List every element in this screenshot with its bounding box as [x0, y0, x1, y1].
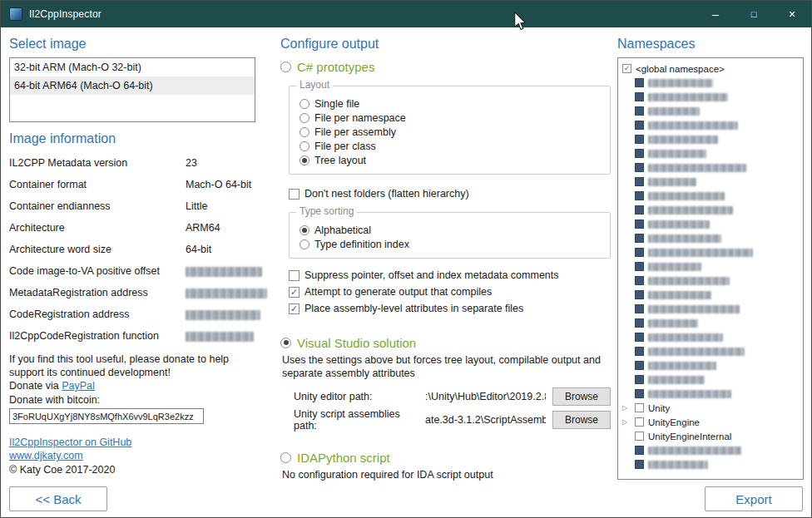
radio-label: Tree layout [314, 155, 366, 166]
namespace-label [648, 389, 731, 399]
unity-assemblies-path-label: Unity script assemblies path: [294, 408, 425, 432]
namespace-item[interactable] [618, 104, 803, 118]
namespace-item[interactable] [618, 259, 803, 274]
image-list-item[interactable]: 64-bit ARM64 (Mach-O 64-bit) [10, 76, 255, 95]
info-label: Code image-to-VA positive offset [9, 265, 186, 277]
namespace-label [648, 163, 746, 173]
info-value: ARM64 [186, 222, 255, 234]
namespace-item[interactable] [618, 160, 803, 175]
radio-icon [300, 113, 309, 123]
radio-sorting-option[interactable]: Type definition index [300, 237, 602, 251]
copyright: © Katy Coe 2017-2020 [9, 464, 255, 476]
namespace-label: UnityEngine [648, 417, 700, 427]
namespace-item[interactable] [618, 344, 803, 358]
checkbox-icon [635, 248, 644, 257]
radio-icon [300, 99, 309, 109]
namespace-item[interactable] [618, 175, 803, 189]
app-icon [9, 7, 22, 21]
checkbox-output-option[interactable]: ✓Attempt to generate output that compile… [289, 284, 611, 300]
radio-layout-option[interactable]: Single file [300, 96, 602, 111]
paypal-link[interactable]: PayPal [62, 380, 95, 392]
info-row: Il2CppCodeRegistration function [9, 325, 255, 347]
info-label: IL2CPP Metadata version [9, 157, 186, 169]
namespace-item[interactable] [618, 245, 803, 259]
namespace-item[interactable] [618, 132, 803, 146]
namespace-list[interactable]: ✓<global namespace>▷Unity▷UnityEngineUni… [617, 57, 804, 480]
unity-assemblies-path-value[interactable]: ate.3d-3.1.2\ScriptAssemblies [425, 414, 546, 426]
github-link[interactable]: Il2CppInspector on GitHub [9, 436, 255, 449]
namespace-label [648, 375, 705, 385]
namespace-item[interactable] [618, 189, 803, 203]
namespace-label [648, 290, 711, 300]
checkbox-icon [635, 191, 644, 200]
maximize-button[interactable]: □ [735, 1, 773, 27]
unity-editor-path-value[interactable]: :\Unity\Hub\Editor\2019.2.8f1 [425, 391, 546, 402]
namespace-item[interactable] [618, 203, 803, 217]
namespace-item[interactable]: UnityEngineInternal [618, 429, 803, 443]
namespace-item[interactable] [618, 274, 803, 288]
expander-icon[interactable]: ▷ [622, 419, 635, 426]
image-info-heading: Image information [9, 131, 255, 146]
namespace-label [648, 149, 706, 159]
radio-layout-option[interactable]: File per assembly [300, 125, 602, 139]
radio-sorting-option[interactable]: Alphabetical [300, 223, 602, 237]
namespace-item[interactable] [618, 76, 803, 90]
namespace-item[interactable] [618, 146, 803, 160]
namespace-item[interactable] [618, 288, 803, 302]
namespace-item[interactable] [618, 330, 803, 344]
back-button[interactable]: << Back [9, 486, 107, 511]
export-button[interactable]: Export [705, 486, 803, 511]
radio-csharp-prototypes[interactable]: C# prototypes [280, 57, 611, 76]
image-list-item[interactable]: 32-bit ARM (Mach-O 32-bit) [10, 58, 255, 76]
checkbox-flatten-hierarchy[interactable]: Don't nest folders (flatten hierarchy) [289, 185, 611, 202]
namespace-item[interactable]: ▷UnityEngine [618, 415, 803, 429]
redacted-namespace [648, 93, 728, 101]
info-row: Code image-to-VA positive offset [9, 260, 255, 282]
namespace-item[interactable] [618, 372, 803, 387]
checkbox-output-option[interactable]: ✓Place assembly-level attributes in sepa… [289, 300, 611, 317]
namespace-item[interactable] [618, 302, 803, 316]
redacted-namespace [648, 150, 706, 158]
checkbox-label: Place assembly-level attributes in separ… [304, 303, 523, 314]
redacted-namespace [648, 249, 753, 257]
namespace-item[interactable] [618, 316, 803, 330]
browse-editor-button[interactable]: Browse [552, 387, 611, 406]
browse-assemblies-button[interactable]: Browse [552, 411, 611, 429]
namespace-item[interactable] [618, 90, 803, 104]
checkbox-icon [635, 347, 644, 356]
minimize-button[interactable]: – [696, 1, 735, 27]
radio-layout-option[interactable]: File per class [300, 139, 602, 153]
radio-layout-option[interactable]: Tree layout [300, 153, 602, 167]
close-button[interactable]: × [773, 1, 811, 27]
namespace-item[interactable]: ✓<global namespace> [618, 62, 803, 76]
bitcoin-address-input[interactable] [9, 408, 204, 424]
expander-icon[interactable]: ▷ [622, 405, 635, 412]
checkbox-icon [635, 92, 644, 101]
checkbox-icon [635, 446, 644, 455]
radio-layout-option[interactable]: File per namespace [300, 111, 602, 125]
namespace-item[interactable] [618, 457, 803, 471]
checkbox-icon: ✓ [289, 303, 300, 314]
checkbox-output-option[interactable]: Suppress pointer, offset and index metad… [289, 267, 611, 284]
namespace-item[interactable] [618, 443, 803, 457]
namespace-item[interactable] [618, 387, 803, 401]
checkbox-icon [635, 149, 644, 158]
radio-idapython-script[interactable]: IDAPython script [280, 448, 611, 466]
checkbox-icon [635, 121, 644, 130]
donate-text: If you find this tool useful, please don… [9, 353, 255, 379]
namespace-label [648, 361, 716, 371]
namespace-label [648, 333, 723, 343]
namespace-item[interactable] [618, 358, 803, 372]
namespace-item[interactable] [618, 217, 803, 231]
namespace-item[interactable]: ▷Unity [618, 401, 803, 415]
namespace-label: <global namespace> [636, 64, 725, 74]
namespace-item[interactable] [618, 118, 803, 132]
checkbox-icon [635, 163, 644, 172]
radio-visual-studio-solution[interactable]: Visual Studio solution [280, 333, 611, 352]
info-label: Container format [9, 179, 186, 190]
titlebar: Il2CppInspector – □ × [1, 1, 811, 27]
donate-via-text: Donate via [9, 380, 62, 392]
image-list[interactable]: 32-bit ARM (Mach-O 32-bit)64-bit ARM64 (… [9, 57, 255, 122]
namespace-item[interactable] [618, 231, 803, 245]
website-link[interactable]: www.djkaty.com [9, 449, 255, 462]
